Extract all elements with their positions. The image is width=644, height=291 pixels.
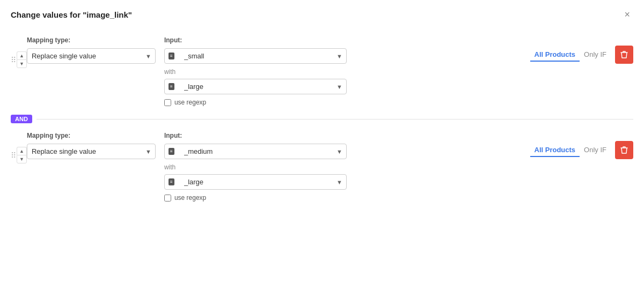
close-button[interactable]: × <box>621 9 633 20</box>
input-label-2: Input: <box>164 132 347 139</box>
and-divider: AND <box>11 115 633 123</box>
input-label-1: Input: <box>164 36 347 44</box>
mapping-type-group-1: Mapping type: Replace single value ▼ <box>27 36 156 64</box>
mapping-type-wrapper-1: Replace single value ▼ <box>27 48 156 64</box>
mapping-type-wrapper-2: Replace single value ▼ <box>27 144 156 159</box>
with-wrapper-1: ≡ _large ▼ <box>164 79 347 94</box>
right-section-2: All Products Only IF <box>530 141 633 159</box>
mapping-type-label-1: Mapping type: <box>27 36 156 44</box>
and-badge: AND <box>11 115 32 123</box>
mapping-type-select-1[interactable]: Replace single value <box>27 48 156 64</box>
drag-handle-1[interactable]: ⠿ <box>11 56 17 64</box>
tab-group-2: All Products Only IF <box>530 144 611 157</box>
trash-icon-2 <box>620 146 628 154</box>
rule-left-2: ⠿ ▲ ▼ <box>11 132 27 163</box>
trash-icon-1 <box>620 50 628 59</box>
with-label-2: with <box>164 163 175 171</box>
with-wrapper-2: ≡ _large ▼ <box>164 174 347 190</box>
rule-center-1: Mapping type: Replace single value ▼ Inp… <box>27 36 633 106</box>
checkbox-row-1: use regexp <box>164 99 206 106</box>
rule-center-2: Mapping type: Replace single value ▼ Inp… <box>27 132 633 202</box>
dialog: Change values for "image_link" × ⠿ ▲ ▼ M… <box>0 0 644 291</box>
with-select-1[interactable]: _large <box>164 79 347 94</box>
tab-group-1: All Products Only IF <box>530 48 611 62</box>
rule-fields-row-1: Mapping type: Replace single value ▼ Inp… <box>27 36 633 64</box>
mapping-type-label-2: Mapping type: <box>27 132 156 139</box>
tab-only-if-2[interactable]: Only IF <box>580 144 611 157</box>
delete-button-1[interactable] <box>615 46 633 64</box>
mapping-type-select-2[interactable]: Replace single value <box>27 144 156 159</box>
input-wrapper-1: ≡ _small ▼ <box>164 48 347 64</box>
order-up-button-2[interactable]: ▲ <box>17 147 27 155</box>
with-section-2: with ≡ _large ▼ use regexp <box>164 163 633 202</box>
input-group-1: Input: ≡ _small ▼ <box>164 36 347 64</box>
with-select-2[interactable]: _large <box>164 174 347 190</box>
checkbox-row-2: use regexp <box>164 194 206 202</box>
with-section-1: with ≡ _large ▼ use regexp <box>164 68 633 106</box>
rule-fields-row-2: Mapping type: Replace single value ▼ Inp… <box>27 132 633 159</box>
use-regexp-label-2: use regexp <box>174 194 206 202</box>
dialog-header: Change values for "image_link" × <box>11 9 633 20</box>
order-buttons-1: ▲ ▼ <box>17 51 27 68</box>
use-regexp-checkbox-2[interactable] <box>164 195 171 202</box>
rule-block-2: ⠿ ▲ ▼ Mapping type: Replace single value… <box>11 132 633 202</box>
delete-button-2[interactable] <box>615 141 633 159</box>
order-buttons-2: ▲ ▼ <box>17 147 27 163</box>
tab-only-if-1[interactable]: Only IF <box>580 48 611 62</box>
use-regexp-checkbox-1[interactable] <box>164 99 171 106</box>
rule-block-1: ⠿ ▲ ▼ Mapping type: Replace single value… <box>11 36 633 106</box>
mapping-type-group-2: Mapping type: Replace single value ▼ <box>27 132 156 159</box>
tab-all-products-1[interactable]: All Products <box>530 48 580 62</box>
input-wrapper-2: ≡ _medium ▼ <box>164 144 347 159</box>
tab-all-products-2[interactable]: All Products <box>530 144 580 157</box>
order-down-button-2[interactable]: ▼ <box>17 155 27 163</box>
right-section-1: All Products Only IF <box>530 46 633 64</box>
and-line <box>36 119 633 120</box>
input-select-2[interactable]: _medium <box>164 144 347 159</box>
drag-handle-2[interactable]: ⠿ <box>11 151 17 160</box>
order-up-button-1[interactable]: ▲ <box>17 51 27 59</box>
dialog-title: Change values for "image_link" <box>11 10 132 19</box>
rule-left-1: ⠿ ▲ ▼ <box>11 36 27 68</box>
order-down-button-1[interactable]: ▼ <box>17 59 27 68</box>
use-regexp-label-1: use regexp <box>174 99 206 106</box>
with-label-1: with <box>164 68 175 76</box>
input-select-1[interactable]: _small <box>164 48 347 64</box>
input-group-2: Input: ≡ _medium ▼ <box>164 132 347 159</box>
